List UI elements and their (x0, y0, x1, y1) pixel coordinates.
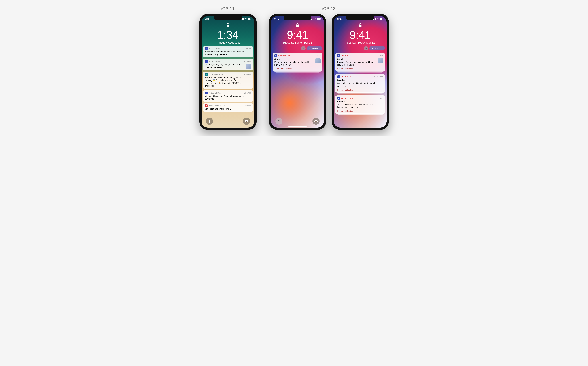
notification-time: NOW (246, 47, 251, 50)
notification-thumbnail (246, 64, 251, 69)
notification-card[interactable]: mMIXED MEDIANOWTesla bond hits record lo… (203, 46, 253, 57)
notification-body: Tesla bond hits record low, stock slips … (337, 103, 383, 109)
section-ios12: iOS 12 9:41 9:41 Tuesd (269, 6, 389, 130)
notification-time: 9:30 AM (244, 73, 251, 76)
section-title-ios12: iOS 12 (322, 6, 336, 11)
notification-header: mMIXED MEDIA9:20 AM (205, 60, 251, 63)
notification-card[interactable]: mMIXED MIEDA10 min agoWeatherWe could ha… (335, 74, 385, 92)
close-button[interactable]: ✕ (364, 46, 368, 51)
notification-chips: ✕ Show less ⌃ (334, 46, 387, 51)
notch (214, 16, 242, 20)
app-name: MIXED MEDIA (278, 55, 290, 57)
notification-list: mMIXED MEDIAnowSportsPatriots; Brady say… (271, 51, 324, 71)
svg-rect-4 (296, 25, 299, 27)
svg-rect-7 (315, 120, 317, 121)
notification-body: We could have two Atlantic hurricanes by… (205, 95, 251, 100)
notification-thumbnail (378, 58, 383, 63)
lock-screen[interactable]: 9:41 1:34 Thursday, August 31 mMIXED MED… (202, 16, 254, 128)
phone-ios11: 9:41 1:34 Thursday, August 31 mMIXED MED… (199, 14, 257, 130)
app-icon: m (337, 54, 340, 57)
app-name: MIXED MEDIA (341, 97, 353, 99)
phone-ios12-a: 9:41 9:41 Tuesday, September 12 ✕ (269, 14, 326, 130)
notification-body: Patriots; Brady says his goal is still t… (337, 61, 383, 66)
show-less-button[interactable]: Show less ⌃ (369, 46, 385, 51)
bottom-buttons (271, 118, 324, 125)
app-icon: m (205, 92, 208, 94)
notification-more-count: 5 more notifications (337, 68, 383, 70)
notification-header: mMIXED MEDIA9:45 AM (205, 92, 251, 94)
notification-header: mMIXED MEDIAnow (274, 54, 321, 57)
notch (346, 16, 374, 20)
chevron-up-icon: ⌃ (319, 47, 320, 50)
svg-rect-8 (359, 25, 361, 27)
battery-icon (380, 18, 383, 20)
lock-screen[interactable]: 9:41 9:41 Tuesday, September 12 ✕ (271, 16, 324, 128)
lock-time: 9:41 (271, 29, 324, 40)
app-name: MIXED MEDIA (209, 61, 220, 62)
chevron-up-icon: ⌃ (381, 47, 383, 50)
bottom-buttons (202, 118, 254, 125)
notification-card[interactable]: mMIXED MEDIAnowSportsPatriots; Brady say… (335, 53, 385, 71)
notification-body: Your seat has changed to 2F (205, 107, 251, 110)
unlock-icon (296, 25, 299, 28)
notification-card[interactable]: mMIXED MEDIA9:45 AMWe could have two Atl… (203, 90, 253, 102)
notification-time: now (317, 55, 320, 57)
notification-body: Tesla bond hits record low, stock slips … (205, 50, 251, 56)
show-less-label: Show less (309, 47, 318, 50)
notification-time: 10 min ago (374, 76, 383, 78)
svg-rect-0 (227, 25, 229, 27)
notification-title: Weather (337, 79, 383, 82)
lock-date: Tuesday, September 12 (271, 41, 324, 44)
notification-more-count: 3 more notifications (337, 89, 383, 91)
notification-time: 9:20 AM (244, 60, 251, 62)
lock-icon (226, 25, 230, 28)
notification-list: mMIXED MEDIAnowSportsPatriots; Brady say… (334, 51, 387, 114)
phone-ios12-b: 9:41 9:41 Tuesday, September 12 ✕ (332, 14, 389, 130)
show-less-label: Show less (371, 47, 380, 50)
status-time: 9:41 (205, 18, 209, 20)
notification-card[interactable]: mMIXED MEDIAnowFinanceTesla bond hits re… (335, 95, 385, 114)
notification-body: Patriots; Brady says his goal is still t… (274, 61, 321, 66)
battery-icon (317, 18, 321, 20)
svg-rect-3 (246, 120, 247, 121)
flashlight-button[interactable] (206, 118, 213, 125)
camera-button[interactable] (313, 118, 320, 125)
notification-card[interactable]: OOUTFITTERS, INC9:30 AMThere's still 30%… (203, 72, 253, 89)
app-name: MIXED MIEDA (341, 76, 353, 78)
unlock-icon (359, 25, 362, 28)
notification-list: mMIXED MEDIANOWTesla bond hits record lo… (202, 44, 254, 112)
notification-card[interactable]: mMIXED MEDIAnowSportsPatriots; Brady say… (273, 53, 322, 71)
app-name: MIXED MEDIA (341, 55, 353, 57)
notification-body: Patriots; Brady says his goal is still t… (205, 63, 251, 69)
notification-time: 8:30 AM (244, 105, 251, 107)
app-icon: m (205, 60, 208, 63)
notification-body: There's still 30% off everything, but no… (205, 76, 251, 87)
wifi-icon (376, 18, 379, 20)
lock-screen[interactable]: 9:41 9:41 Tuesday, September 12 ✕ (334, 16, 387, 128)
status-right (310, 18, 321, 20)
home-indicator[interactable] (288, 126, 307, 127)
wifi-icon (314, 18, 316, 20)
notification-time: 9:45 AM (244, 92, 251, 94)
notification-thumbnail (315, 58, 321, 63)
lock-date: Tuesday, September 12 (334, 41, 387, 44)
status-right (373, 18, 383, 20)
flashlight-button[interactable] (275, 118, 282, 125)
notification-card[interactable]: PPIONEER AIRLINES8:30 AMYour seat has ch… (203, 103, 253, 112)
notification-title: Sports (274, 58, 321, 60)
camera-button[interactable] (243, 118, 250, 125)
app-name: MIXED MEDIA (209, 92, 220, 94)
notification-card[interactable]: mMIXED MEDIA9:20 AMPatriots; Brady says … (203, 59, 253, 70)
close-button[interactable]: ✕ (301, 46, 306, 51)
wifi-icon (244, 18, 247, 20)
notification-chips: ✕ Show less ⌃ (271, 46, 324, 51)
notification-more-count: 3 more notifications (337, 110, 383, 112)
status-right (241, 18, 251, 20)
app-icon: O (205, 73, 208, 76)
lock-time: 9:41 (334, 29, 387, 40)
show-less-button[interactable]: Show less ⌃ (307, 46, 322, 51)
app-name: MIXED MEDIA (209, 48, 220, 50)
status-time: 9:41 (337, 18, 342, 20)
app-name: OUTFITTERS, INC (209, 74, 224, 75)
section-ios11: iOS 11 9:41 1:34 Thursd (199, 6, 257, 130)
